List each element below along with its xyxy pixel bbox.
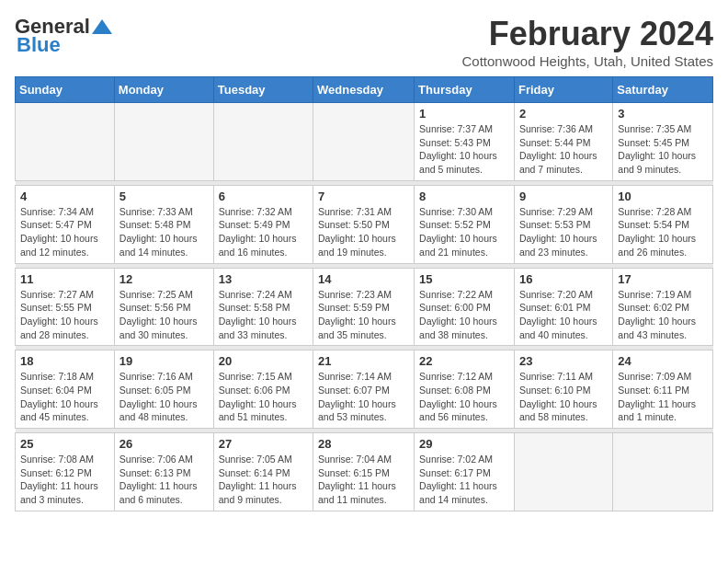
calendar-cell [613, 433, 713, 511]
day-info: Sunrise: 7:18 AMSunset: 6:04 PMDaylight:… [20, 370, 109, 424]
day-number: 29 [419, 437, 509, 451]
day-number: 20 [219, 354, 308, 368]
calendar-cell: 5Sunrise: 7:33 AMSunset: 5:48 PMDaylight… [114, 185, 213, 263]
calendar-cell: 26Sunrise: 7:06 AMSunset: 6:13 PMDayligh… [114, 433, 213, 511]
calendar-week-row: 18Sunrise: 7:18 AMSunset: 6:04 PMDayligh… [16, 350, 713, 429]
weekday-header-cell: Saturday [613, 77, 713, 103]
logo-blue: Blue [17, 33, 61, 57]
day-number: 2 [519, 107, 608, 121]
weekday-header-cell: Tuesday [213, 77, 313, 103]
calendar-cell [514, 433, 612, 511]
calendar-table: SundayMondayTuesdayWednesdayThursdayFrid… [15, 76, 713, 511]
calendar-body: 1Sunrise: 7:37 AMSunset: 5:43 PMDaylight… [16, 103, 713, 511]
day-number: 9 [519, 190, 608, 203]
day-info: Sunrise: 7:20 AMSunset: 6:01 PMDaylight:… [519, 288, 608, 342]
weekday-header-cell: Friday [514, 77, 612, 103]
day-number: 21 [318, 354, 409, 368]
calendar-cell [313, 103, 415, 181]
day-number: 11 [20, 272, 109, 286]
calendar-cell [16, 103, 115, 181]
calendar-cell: 18Sunrise: 7:18 AMSunset: 6:04 PMDayligh… [16, 350, 115, 429]
day-number: 18 [20, 354, 109, 368]
day-number: 4 [20, 190, 109, 203]
weekday-header-row: SundayMondayTuesdayWednesdayThursdayFrid… [16, 77, 713, 103]
day-number: 1 [419, 107, 509, 121]
day-number: 15 [419, 272, 509, 286]
day-info: Sunrise: 7:33 AMSunset: 5:48 PMDaylight:… [119, 205, 209, 259]
calendar-cell: 2Sunrise: 7:36 AMSunset: 5:44 PMDaylight… [514, 103, 612, 181]
day-info: Sunrise: 7:31 AMSunset: 5:50 PMDaylight:… [318, 205, 409, 259]
day-info: Sunrise: 7:30 AMSunset: 5:52 PMDaylight:… [419, 205, 509, 259]
logo: General Blue [15, 15, 112, 57]
calendar-week-row: 4Sunrise: 7:34 AMSunset: 5:47 PMDaylight… [16, 185, 713, 263]
day-info: Sunrise: 7:16 AMSunset: 6:05 PMDaylight:… [119, 370, 209, 424]
calendar-cell: 11Sunrise: 7:27 AMSunset: 5:55 PMDayligh… [16, 268, 115, 346]
day-info: Sunrise: 7:08 AMSunset: 6:12 PMDaylight:… [20, 453, 109, 507]
calendar-cell: 9Sunrise: 7:29 AMSunset: 5:53 PMDaylight… [514, 185, 612, 263]
day-number: 14 [318, 272, 409, 286]
day-info: Sunrise: 7:14 AMSunset: 6:07 PMDaylight:… [318, 370, 409, 424]
calendar-cell: 27Sunrise: 7:05 AMSunset: 6:14 PMDayligh… [213, 433, 313, 511]
day-number: 16 [519, 272, 608, 286]
day-info: Sunrise: 7:28 AMSunset: 5:54 PMDaylight:… [618, 205, 708, 259]
calendar-cell: 3Sunrise: 7:35 AMSunset: 5:45 PMDaylight… [613, 103, 713, 181]
calendar-cell: 8Sunrise: 7:30 AMSunset: 5:52 PMDaylight… [415, 185, 515, 263]
day-info: Sunrise: 7:27 AMSunset: 5:55 PMDaylight:… [20, 288, 109, 342]
day-info: Sunrise: 7:34 AMSunset: 5:47 PMDaylight:… [20, 205, 109, 259]
day-info: Sunrise: 7:06 AMSunset: 6:13 PMDaylight:… [119, 453, 209, 507]
day-info: Sunrise: 7:09 AMSunset: 6:11 PMDaylight:… [618, 370, 708, 424]
weekday-header-cell: Monday [114, 77, 213, 103]
day-number: 3 [618, 107, 708, 121]
calendar-cell: 10Sunrise: 7:28 AMSunset: 5:54 PMDayligh… [613, 185, 713, 263]
calendar-cell: 13Sunrise: 7:24 AMSunset: 5:58 PMDayligh… [213, 268, 313, 346]
calendar-cell: 17Sunrise: 7:19 AMSunset: 6:02 PMDayligh… [613, 268, 713, 346]
day-number: 22 [419, 354, 509, 368]
calendar-title: February 2024 [462, 15, 714, 53]
calendar-cell: 7Sunrise: 7:31 AMSunset: 5:50 PMDaylight… [313, 185, 415, 263]
day-info: Sunrise: 7:22 AMSunset: 6:00 PMDaylight:… [419, 288, 509, 342]
calendar-cell: 22Sunrise: 7:12 AMSunset: 6:08 PMDayligh… [415, 350, 515, 429]
day-info: Sunrise: 7:36 AMSunset: 5:44 PMDaylight:… [519, 122, 608, 177]
calendar-cell: 4Sunrise: 7:34 AMSunset: 5:47 PMDaylight… [16, 185, 115, 263]
calendar-cell: 25Sunrise: 7:08 AMSunset: 6:12 PMDayligh… [16, 433, 115, 511]
day-number: 27 [219, 437, 308, 451]
day-number: 6 [219, 190, 308, 203]
day-info: Sunrise: 7:24 AMSunset: 5:58 PMDaylight:… [219, 288, 308, 342]
day-number: 19 [119, 354, 209, 368]
weekday-header-cell: Sunday [16, 77, 115, 103]
day-info: Sunrise: 7:02 AMSunset: 6:17 PMDaylight:… [419, 453, 509, 507]
day-number: 12 [119, 272, 209, 286]
weekday-header-cell: Wednesday [313, 77, 415, 103]
day-number: 28 [318, 437, 409, 451]
day-number: 7 [318, 190, 409, 203]
page-header: General Blue February 2024 Cottonwood He… [15, 15, 713, 69]
day-number: 24 [618, 354, 708, 368]
calendar-cell: 16Sunrise: 7:20 AMSunset: 6:01 PMDayligh… [514, 268, 612, 346]
day-number: 25 [20, 437, 109, 451]
day-info: Sunrise: 7:15 AMSunset: 6:06 PMDaylight:… [219, 370, 308, 424]
calendar-cell: 1Sunrise: 7:37 AMSunset: 5:43 PMDaylight… [415, 103, 515, 181]
calendar-cell: 20Sunrise: 7:15 AMSunset: 6:06 PMDayligh… [213, 350, 313, 429]
day-info: Sunrise: 7:25 AMSunset: 5:56 PMDaylight:… [119, 288, 209, 342]
day-info: Sunrise: 7:35 AMSunset: 5:45 PMDaylight:… [618, 122, 708, 177]
calendar-cell: 19Sunrise: 7:16 AMSunset: 6:05 PMDayligh… [114, 350, 213, 429]
day-info: Sunrise: 7:04 AMSunset: 6:15 PMDaylight:… [318, 453, 409, 507]
weekday-header-cell: Thursday [415, 77, 515, 103]
calendar-week-row: 11Sunrise: 7:27 AMSunset: 5:55 PMDayligh… [16, 268, 713, 346]
calendar-cell [114, 103, 213, 181]
day-info: Sunrise: 7:29 AMSunset: 5:53 PMDaylight:… [519, 205, 608, 259]
day-number: 13 [219, 272, 308, 286]
calendar-subtitle: Cottonwood Heights, Utah, United States [462, 53, 714, 69]
calendar-week-row: 1Sunrise: 7:37 AMSunset: 5:43 PMDaylight… [16, 103, 713, 181]
day-info: Sunrise: 7:32 AMSunset: 5:49 PMDaylight:… [219, 205, 308, 259]
day-number: 10 [618, 190, 708, 203]
calendar-cell: 23Sunrise: 7:11 AMSunset: 6:10 PMDayligh… [514, 350, 612, 429]
day-info: Sunrise: 7:05 AMSunset: 6:14 PMDaylight:… [219, 453, 308, 507]
calendar-cell: 29Sunrise: 7:02 AMSunset: 6:17 PMDayligh… [415, 433, 515, 511]
day-info: Sunrise: 7:23 AMSunset: 5:59 PMDaylight:… [318, 288, 409, 342]
calendar-cell: 21Sunrise: 7:14 AMSunset: 6:07 PMDayligh… [313, 350, 415, 429]
day-number: 17 [618, 272, 708, 286]
svg-marker-0 [92, 19, 112, 34]
calendar-cell: 14Sunrise: 7:23 AMSunset: 5:59 PMDayligh… [313, 268, 415, 346]
logo-bird-icon [92, 17, 112, 36]
